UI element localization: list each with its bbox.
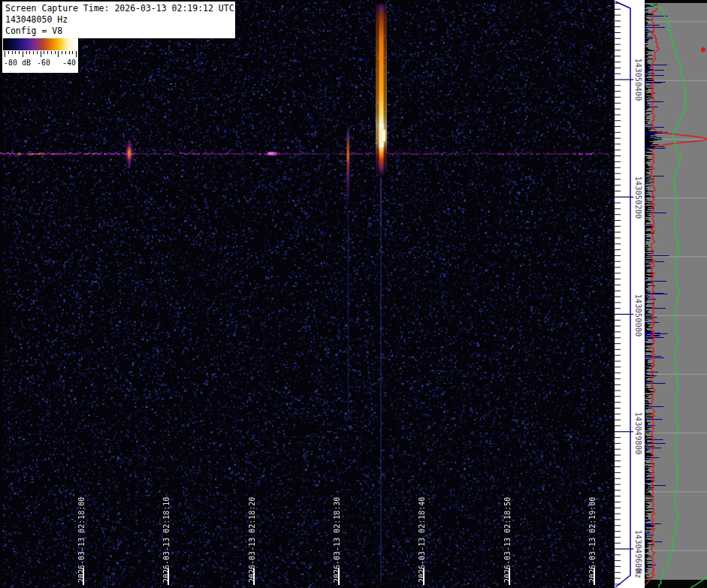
center-frequency-text: 143048050 Hz [5,14,232,26]
colorbar-tick [5,51,5,57]
colorbar-tick [8,51,9,54]
colorbar-tick [51,51,52,54]
time-tick-mark [423,568,425,585]
amplitude-colorbar: -80 dB -60 -40 [2,38,78,73]
colorbar-tick [23,51,23,57]
time-tick-mark [338,568,340,585]
colorbar-labels: -80 dB -60 -40 [2,58,78,71]
capture-time-text: Screen Capture Time: 2026-03-13 02:19:12… [5,3,232,14]
time-tick-mark [168,568,169,585]
frequency-tick-label: 143049600 [634,530,643,573]
colorbar-tick [44,51,44,54]
colorbar-tick [47,51,48,54]
spectrum-analyzer-panel[interactable] [645,0,707,588]
colorbar-tick [26,51,27,54]
waterfall-spectrogram[interactable] [0,0,615,588]
colorbar-tick [15,51,16,54]
colorbar-label-max: -40 [62,59,76,67]
colorbar-tick [29,51,30,54]
spectrum-lab-capture-window: 1430504001430502001430500001430498001430… [0,0,707,588]
colorbar-tick [72,51,73,54]
config-text: Config = V8 [5,26,232,37]
frequency-tick-label: 143050000 [634,294,643,337]
colorbar-tick [65,51,66,54]
colorbar-tick [62,51,62,54]
colorbar-tick [12,51,13,54]
colorbar-tick [33,51,34,54]
colorbar-tick [41,51,41,57]
time-tick-mark [253,568,255,585]
colorbar-gradient [3,38,77,50]
time-tick-mark [509,568,510,585]
colorbar-tick [69,51,70,54]
colorbar-tick [58,51,59,57]
frequency-scale-ruler[interactable]: 1430504001430502001430500001430498001430… [615,0,645,588]
colorbar-tick [76,51,77,57]
time-tick-mark [594,568,595,585]
colorbar-tick [55,51,56,54]
frequency-unit-label: Hz [634,569,643,579]
colorbar-label-mid: -60 [37,59,50,67]
frequency-tick-label: 143050400 [634,59,643,101]
frequency-tick-label: 143049800 [634,412,643,455]
colorbar-tick [37,51,38,54]
capture-info-overlay: Screen Capture Time: 2026-03-13 02:19:12… [2,1,236,39]
colorbar-tick-marks [2,51,78,58]
colorbar-label-min: -80 dB [4,59,31,67]
colorbar-tick [19,51,20,54]
frequency-tick-label: 143050200 [634,176,643,219]
time-tick-mark [83,568,84,585]
